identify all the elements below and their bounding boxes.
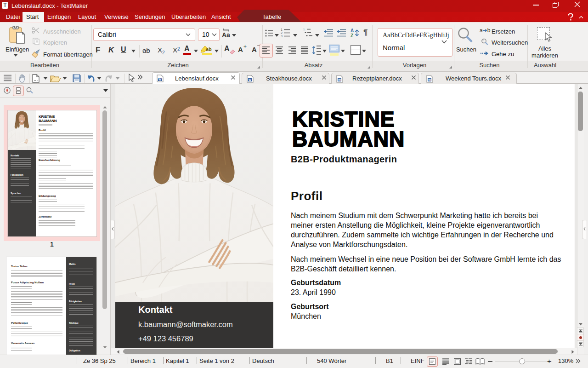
svg-text:W: W [158,78,162,81]
svg-text:ab: ab [206,46,212,52]
svg-text:A: A [351,28,354,33]
svg-text:1: 1 [281,28,283,31]
svg-text:2: 2 [281,31,283,34]
svg-text:1.: 1. [303,28,305,31]
svg-text:Z: Z [351,33,353,38]
svg-text:3: 3 [281,34,283,37]
svg-text:W: W [428,78,431,81]
svg-text:W: W [338,78,341,81]
svg-text:W: W [249,78,252,81]
